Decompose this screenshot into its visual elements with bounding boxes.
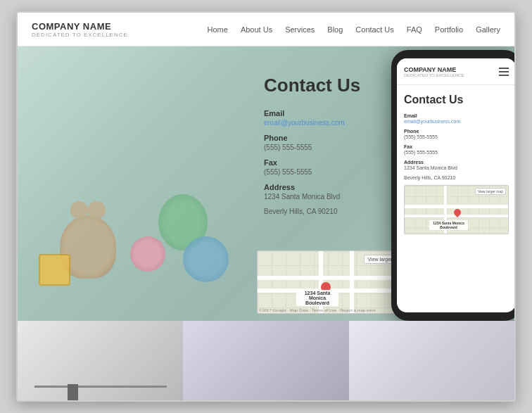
hamburger-line-3 [499,75,509,76]
mobile-fax-label: Fax [404,144,509,149]
mobile-fax-value: (555) 555-5555 [404,150,509,155]
mobile-road-h1 [405,205,508,208]
thumbnail-1[interactable] [18,321,183,402]
map-copyright: ©2017 Google · Map Data · Terms of Use ·… [259,308,376,312]
thumb-chair-1 [68,384,78,402]
mobile-mockup: COMPANY NAME DEDICATED TO EXCELLENCE Con… [391,50,514,321]
nav-services[interactable]: Services [285,25,315,34]
desktop-mockup: COMPANY NAME DEDICATED TO EXCELLENCE Hom… [16,11,516,402]
nav-about[interactable]: About Us [241,25,272,34]
mobile-tagline: DEDICATED TO EXCELLENCE [404,73,464,77]
mobile-nav: COMPANY NAME DEDICATED TO EXCELLENCE [397,58,514,85]
thumbnail-3[interactable] [349,321,514,402]
mobile-contact-title: Contact Us [404,94,509,106]
mobile-map-label: 1234 Santa Monica Boulevard [429,220,468,230]
map-road-h1 [258,276,411,280]
hamburger-line-1 [499,68,509,69]
nav-gallery[interactable]: Gallery [476,25,500,34]
mobile-view-map-button[interactable]: View larger map [475,188,506,195]
mobile-content: Contact Us Email email@yourbusiness.com … [397,85,514,312]
map-road-v2 [350,251,354,313]
mobile-address-line2: Beverly Hills, CA 90210 [404,175,509,180]
map-area: 1234 Santa Monica Boulevard View larger … [257,250,412,314]
map-label: 1234 Santa Monica Boulevard [296,290,338,306]
nav-blog[interactable]: Blog [327,25,343,34]
nav-contact[interactable]: Contact Us [355,25,393,34]
nav-portfolio[interactable]: Portfolio [435,25,463,34]
mobile-company-name: COMPANY NAME [404,66,464,73]
thumbnails-row [18,321,514,402]
company-name: COMPANY NAME [32,21,128,32]
mobile-screen: COMPANY NAME DEDICATED TO EXCELLENCE Con… [397,58,514,312]
nav-home[interactable]: Home [208,25,228,34]
logo: COMPANY NAME DEDICATED TO EXCELLENCE [32,21,128,38]
nav-faq[interactable]: FAQ [407,25,422,34]
mobile-phone-label: Phone [404,129,509,134]
thumb-desk-1 [34,386,167,388]
mobile-phone-value: (555) 555-5555 [404,134,509,139]
mobile-map-pin [454,209,461,216]
mobile-logo: COMPANY NAME DEDICATED TO EXCELLENCE [404,66,464,77]
mobile-map: 1234 Santa Monica Boulevard View larger … [404,185,509,234]
mobile-map-pin-head [452,208,462,217]
mobile-address-label: Address [404,160,509,165]
mobile-email-value[interactable]: email@yourbusiness.com [404,119,509,124]
hamburger-menu[interactable] [499,68,509,76]
desktop-nav: COMPANY NAME DEDICATED TO EXCELLENCE Hom… [18,13,514,46]
hero-section: Contact Us Email email@yourbusiness.com … [18,46,514,321]
mobile-email-label: Email [404,113,509,118]
thumbnail-2[interactable] [183,321,348,402]
nav-links: Home About Us Services Blog Contact Us F… [208,25,500,34]
tagline: DEDICATED TO EXCELLENCE [32,32,128,38]
hamburger-line-2 [499,71,509,72]
mobile-address-line1: 1234 Santa Monica Blvd [404,165,509,170]
